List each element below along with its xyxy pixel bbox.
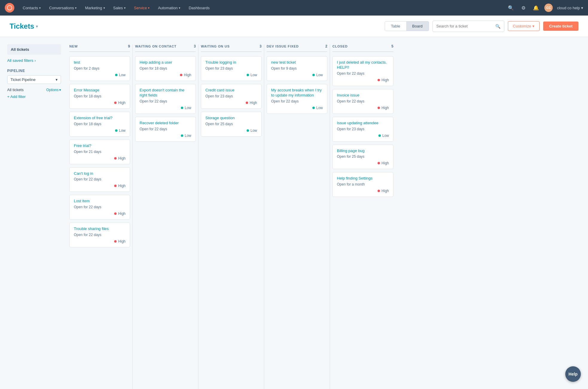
priority-label: Low [382, 134, 389, 138]
priority-label: High [118, 239, 126, 243]
column-dev-issue-fixed: DEV ISSUE FIXED 2 new test ticket Open f… [264, 44, 330, 389]
nav-contacts[interactable]: Contacts▾ [19, 4, 44, 12]
top-navigation: Contacts▾ Conversations▾ Marketing▾ Sale… [0, 0, 588, 16]
ticket-open-for: Open for 22 days [140, 99, 191, 103]
ticket-card[interactable]: Invoice issue Open for 22 days High [332, 89, 393, 114]
ticket-name: new test ticket [271, 60, 323, 65]
column-header-waiting-on-us: WAITING ON US 3 [201, 44, 262, 52]
search-icon[interactable]: 🔍 [507, 4, 515, 12]
search-input[interactable] [436, 24, 493, 28]
ticket-card[interactable]: Can't log in Open for 22 days High [69, 167, 130, 192]
priority-label: High [381, 189, 389, 193]
pipeline-select[interactable]: Ticket Pipeline ▾ [7, 75, 61, 84]
ticket-open-for: Open for 21 days [74, 150, 126, 154]
column-waiting-on-us: WAITING ON US 3 Trouble logging in Open … [198, 44, 264, 389]
header-actions: Table Board 🔍 Customize ▾ Create ticket [385, 21, 578, 32]
priority-dot [115, 74, 117, 76]
ticket-card[interactable]: Extension of free trial? Open for 18 day… [69, 112, 130, 137]
ticket-card[interactable]: Billing page bug Open for 25 days High [332, 145, 393, 169]
priority-dot [181, 134, 183, 137]
nav-service[interactable]: Service▾ [130, 4, 153, 12]
ticket-priority: High [337, 78, 389, 82]
ticket-name: My account breaks when I try to update m… [271, 88, 323, 98]
board-view-button[interactable]: Board [406, 22, 429, 31]
search-box[interactable]: 🔍 [433, 21, 504, 32]
options-button[interactable]: Options ▾ [46, 88, 61, 92]
ticket-open-for: Open for 18 days [140, 66, 191, 71]
sidebar-all-tickets-item[interactable]: All tickets [7, 44, 61, 55]
page-title-dropdown-icon[interactable]: ▾ [36, 24, 38, 29]
nav-sales[interactable]: Sales▾ [110, 4, 129, 12]
ticket-card[interactable]: Storage question Open for 25 days Low [201, 112, 262, 137]
ticket-open-for: Open for 23 days [337, 127, 389, 131]
customize-button[interactable]: Customize ▾ [508, 21, 540, 31]
ticket-open-for: Open for 22 days [74, 177, 126, 181]
notifications-icon[interactable]: 🔔 [532, 4, 540, 12]
nav-dashboards[interactable]: Dashboards [185, 4, 213, 12]
nav-marketing[interactable]: Marketing▾ [81, 4, 108, 12]
avatar[interactable]: CC [544, 4, 553, 12]
settings-icon[interactable]: ⚙ [519, 4, 528, 12]
ticket-priority: High [74, 156, 126, 160]
account-menu[interactable]: cloud co help ▾ [557, 6, 583, 10]
priority-dot [378, 79, 380, 81]
priority-label: High [250, 101, 257, 105]
ticket-open-for: Open for 22 days [337, 99, 389, 103]
ticket-name: Recover deleted folder [140, 121, 191, 126]
create-ticket-button[interactable]: Create ticket [543, 22, 578, 31]
ticket-priority: High [205, 101, 257, 105]
ticket-card[interactable]: Help adding a user Open for 18 days High [135, 56, 196, 81]
ticket-priority: High [74, 184, 126, 188]
priority-label: Low [185, 134, 191, 138]
ticket-card[interactable]: Credit card issue Open for 23 days High [201, 84, 262, 109]
ticket-priority: Low [271, 106, 323, 110]
nav-conversations[interactable]: Conversations▾ [45, 4, 80, 12]
ticket-open-for: Open for a month [337, 182, 389, 186]
ticket-card[interactable]: Lost item Open for 22 days High [69, 195, 130, 220]
nav-utilities: 🔍 ⚙ 🔔 CC cloud co help ▾ [507, 4, 583, 12]
priority-label: High [118, 101, 126, 105]
nav-automation[interactable]: Automation▾ [154, 4, 184, 12]
help-button[interactable]: Help [565, 366, 581, 382]
priority-label: Low [185, 106, 191, 110]
ticket-priority: Low [205, 128, 257, 133]
column-waiting-on-contact: WAITING ON CONTACT 3 Help adding a user … [133, 44, 198, 389]
ticket-card[interactable]: Free trial? Open for 21 days High [69, 140, 130, 164]
ticket-open-for: Open for 22 days [271, 99, 323, 103]
ticket-card[interactable]: I just deleted all my contacts. HELP!! O… [332, 56, 393, 86]
ticket-name: Trouble sharing files [74, 226, 126, 232]
ticket-card[interactable]: Trouble logging in Open for 23 days Low [201, 56, 262, 81]
hubspot-logo[interactable] [5, 3, 14, 13]
board: NEW 9 test Open for 2 days Low Error Mes… [67, 44, 581, 389]
priority-dot [378, 134, 381, 137]
ticket-card[interactable]: Trouble sharing files Open for 22 days H… [69, 223, 130, 247]
table-view-button[interactable]: Table [385, 22, 406, 31]
add-filter-link[interactable]: + Add filter [7, 94, 61, 99]
ticket-name: Invoice issue [337, 93, 389, 98]
ticket-card[interactable]: new test ticket Open for 9 days Low [267, 56, 327, 81]
ticket-card[interactable]: Issue updating attendee Open for 23 days… [332, 117, 393, 142]
priority-dot [180, 74, 182, 76]
sidebar-saved-filters-link[interactable]: All saved filters › [7, 57, 61, 64]
ticket-name: Can't log in [74, 171, 126, 176]
ticket-card[interactable]: Help finding Settings Open for a month H… [332, 172, 393, 197]
priority-dot [115, 129, 117, 132]
column-title: CLOSED [332, 45, 348, 48]
column-count: 2 [325, 44, 327, 48]
ticket-priority: High [74, 212, 126, 216]
ticket-card[interactable]: Export doesn't contain the right fields … [135, 84, 196, 114]
page-title: Tickets [10, 22, 34, 30]
ticket-card[interactable]: Error Message Open for 18 days High [69, 84, 130, 109]
ticket-priority: High [337, 161, 389, 165]
priority-dot [378, 107, 380, 109]
ticket-priority: Low [140, 134, 191, 138]
ticket-card[interactable]: Recover deleted folder Open for 22 days … [135, 117, 196, 142]
ticket-card[interactable]: My account breaks when I try to update m… [267, 84, 327, 114]
column-closed: CLOSED 5 I just deleted all my contacts.… [330, 44, 396, 389]
ticket-card[interactable]: test Open for 2 days Low [69, 56, 130, 81]
ticket-priority: Low [74, 73, 126, 77]
ticket-open-for: Open for 22 days [74, 205, 126, 209]
ticket-priority: High [140, 73, 191, 77]
column-title: WAITING ON CONTACT [135, 45, 176, 48]
priority-dot [378, 162, 380, 164]
